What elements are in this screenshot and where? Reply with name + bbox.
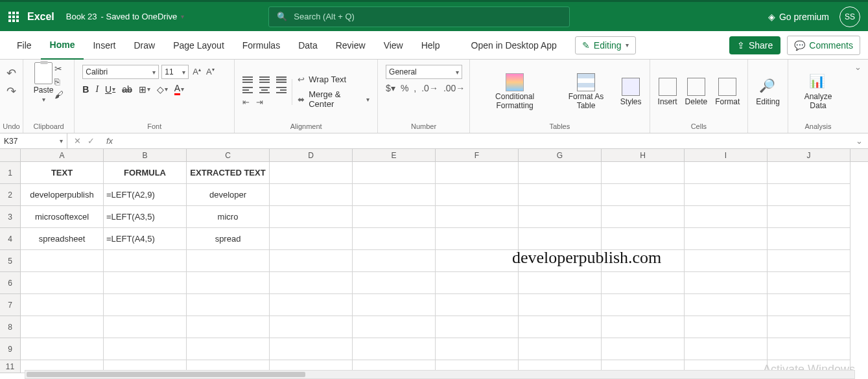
share-button[interactable]: ⇪ Share <box>729 36 780 54</box>
cell-H9[interactable] <box>602 338 685 360</box>
wrap-text-button[interactable]: ↩ Wrap Text <box>298 75 346 84</box>
row-header-3[interactable]: 3 <box>0 206 20 228</box>
tab-formulas[interactable]: Formulas <box>233 31 289 60</box>
cell-F8[interactable] <box>436 316 519 338</box>
cell-E7[interactable] <box>353 294 436 316</box>
cell-F6[interactable] <box>436 272 519 294</box>
cell-E4[interactable] <box>353 228 436 250</box>
editing-mode-button[interactable]: ✎ Editing ▾ <box>575 36 636 54</box>
paste-button[interactable]: Paste ▾ <box>34 62 54 103</box>
cell-B7[interactable] <box>104 294 187 316</box>
font-color-button[interactable]: A▾ <box>174 83 184 95</box>
currency-button[interactable]: $▾ <box>386 83 395 93</box>
cell-A3[interactable]: microsoftexcel <box>21 206 104 228</box>
cell-H5[interactable] <box>602 250 685 272</box>
cell-J9[interactable] <box>768 338 850 360</box>
cell-G7[interactable] <box>519 294 602 316</box>
cell-B6[interactable] <box>104 272 187 294</box>
comments-button[interactable]: 💬 Comments <box>787 36 860 55</box>
align-bottom-button[interactable] <box>276 76 287 83</box>
cell-C3[interactable]: micro <box>187 206 270 228</box>
cell-D4[interactable] <box>270 228 353 250</box>
cell-E1[interactable] <box>353 162 436 184</box>
cell-H4[interactable] <box>602 228 685 250</box>
cell-E3[interactable] <box>353 206 436 228</box>
cell-F1[interactable] <box>436 162 519 184</box>
cell-J5[interactable] <box>768 250 850 272</box>
increase-font-button[interactable]: A▴ <box>191 67 202 76</box>
cell-F2[interactable] <box>436 184 519 206</box>
expand-formula-bar-button[interactable]: ⌄ <box>850 136 868 146</box>
formula-input[interactable] <box>119 133 850 148</box>
analyze-data-button[interactable]: 📊 Analyze Data <box>793 72 843 111</box>
cell-C2[interactable]: developer <box>187 184 270 206</box>
cell-A8[interactable] <box>21 316 104 338</box>
cell-E6[interactable] <box>353 272 436 294</box>
row-header-9[interactable]: 9 <box>0 338 20 360</box>
cell-C6[interactable] <box>187 272 270 294</box>
cell-E2[interactable] <box>353 184 436 206</box>
format-cells-button[interactable]: Format <box>712 76 742 108</box>
document-title[interactable]: Book 23 - Saved to OneDrive ▾ <box>66 12 184 21</box>
cell-D3[interactable] <box>270 206 353 228</box>
cell-I3[interactable] <box>685 206 768 228</box>
merge-center-button[interactable]: ⬌ Merge & Center ▾ <box>298 89 369 109</box>
undo-button[interactable]: ↶ <box>6 66 16 80</box>
cell-G3[interactable] <box>519 206 602 228</box>
horizontal-scrollbar[interactable] <box>25 370 855 379</box>
cell-A2[interactable]: developerpublish <box>21 184 104 206</box>
row-header-7[interactable]: 7 <box>0 294 20 316</box>
comma-button[interactable]: , <box>414 83 416 93</box>
cell-C5[interactable] <box>187 250 270 272</box>
cell-B4[interactable]: =LEFT(A4,5) <box>104 228 187 250</box>
cell-J2[interactable] <box>768 184 850 206</box>
cell-H8[interactable] <box>602 316 685 338</box>
app-launcher-button[interactable] <box>0 12 27 22</box>
increase-decimal-button[interactable]: .0→ <box>421 83 438 93</box>
borders-button[interactable]: ⊞▾ <box>139 84 150 95</box>
column-header-d[interactable]: D <box>270 149 353 161</box>
cell-E9[interactable] <box>353 338 436 360</box>
row-header-8[interactable]: 8 <box>0 316 20 338</box>
row-header-6[interactable]: 6 <box>0 272 20 294</box>
cut-button[interactable]: ✂ <box>54 63 64 74</box>
column-header-g[interactable]: G <box>519 149 602 161</box>
cell-A7[interactable] <box>21 294 104 316</box>
tab-insert[interactable]: Insert <box>84 31 124 60</box>
styles-button[interactable]: Styles <box>618 76 644 108</box>
cell-H1[interactable] <box>602 162 685 184</box>
format-painter-button[interactable]: 🖌 <box>54 89 64 100</box>
column-header-a[interactable]: A <box>21 149 104 161</box>
cell-A4[interactable]: spreadsheet <box>21 228 104 250</box>
column-header-f[interactable]: F <box>436 149 519 161</box>
align-right-button[interactable] <box>276 87 287 93</box>
cell-H6[interactable] <box>602 272 685 294</box>
cell-I9[interactable] <box>685 338 768 360</box>
align-left-button[interactable] <box>242 87 253 93</box>
cell-G2[interactable] <box>519 184 602 206</box>
search-input[interactable]: 🔍 Search (Alt + Q) <box>268 6 570 27</box>
cell-I6[interactable] <box>685 272 768 294</box>
cell-H7[interactable] <box>602 294 685 316</box>
font-name-select[interactable]: Calibri▾ <box>82 65 159 79</box>
row-header-5[interactable]: 5 <box>0 250 20 272</box>
format-as-table-button[interactable]: Format As Table <box>557 72 615 111</box>
align-top-button[interactable] <box>242 76 253 83</box>
tab-view[interactable]: View <box>375 31 412 60</box>
cell-B1[interactable]: FORMULA <box>104 162 187 184</box>
cell-G1[interactable] <box>519 162 602 184</box>
cell-C4[interactable]: spread <box>187 228 270 250</box>
row-header-11[interactable]: 11 <box>0 360 20 373</box>
tab-page-layout[interactable]: Page Layout <box>164 31 233 60</box>
cell-H3[interactable] <box>602 206 685 228</box>
cell-B2[interactable]: =LEFT(A2,9) <box>104 184 187 206</box>
cell-G9[interactable] <box>519 338 602 360</box>
cancel-formula-button[interactable]: ✕ <box>74 136 81 146</box>
row-header-1[interactable]: 1 <box>0 162 20 184</box>
cell-E5[interactable] <box>353 250 436 272</box>
cell-D6[interactable] <box>270 272 353 294</box>
tab-draw[interactable]: Draw <box>124 31 164 60</box>
cell-C7[interactable] <box>187 294 270 316</box>
cell-H2[interactable] <box>602 184 685 206</box>
copy-button[interactable]: ⎘ <box>54 76 64 87</box>
